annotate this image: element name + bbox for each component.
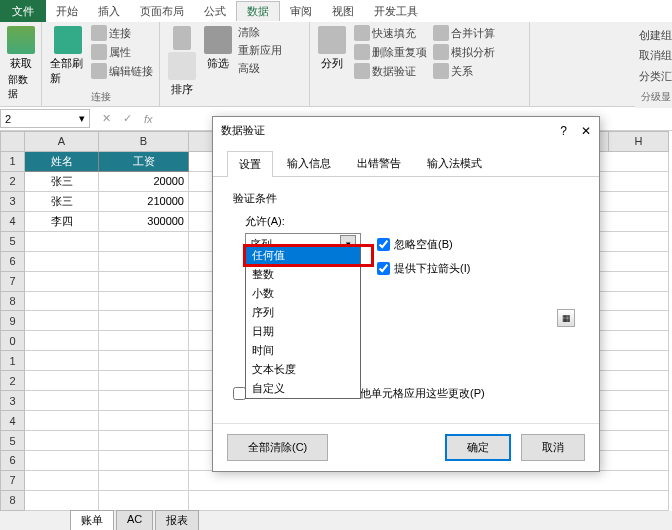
tab-view[interactable]: 视图 xyxy=(322,2,364,21)
ok-button[interactable]: 确定 xyxy=(445,434,511,461)
select-all-corner[interactable] xyxy=(1,132,25,152)
dlg-tab-input[interactable]: 输入信息 xyxy=(275,150,343,176)
header-name[interactable]: 姓名 xyxy=(25,151,99,171)
dialog-title-text: 数据验证 xyxy=(221,123,265,138)
get-label: 获取 xyxy=(10,56,32,71)
col-header-B[interactable]: B xyxy=(99,132,189,152)
remove-duplicates[interactable]: 删除重复项 xyxy=(354,43,427,61)
option-any[interactable]: 任何值 xyxy=(246,246,360,265)
cell[interactable]: 20000 xyxy=(99,171,189,191)
row-header[interactable]: 4 xyxy=(1,211,25,231)
row-header[interactable]: 2 xyxy=(1,171,25,191)
flash-fill[interactable]: 快速填充 xyxy=(354,24,427,42)
cell[interactable]: 张三 xyxy=(25,171,99,191)
option-text-length[interactable]: 文本长度 xyxy=(246,360,360,379)
get-external-data[interactable]: 获取 部数据 xyxy=(6,24,35,103)
row-header[interactable]: 8 xyxy=(1,291,25,311)
tab-insert[interactable]: 插入 xyxy=(88,2,130,21)
dialog-footer: 全部清除(C) 确定 取消 xyxy=(213,423,599,471)
col-header-H[interactable]: H xyxy=(609,132,669,152)
link-icon xyxy=(91,63,107,79)
range-picker-icon[interactable]: ▦ xyxy=(557,309,575,327)
tab-home[interactable]: 开始 xyxy=(46,2,88,21)
sort-btn[interactable]: 排序 xyxy=(166,24,198,99)
consolidate-icon xyxy=(433,25,449,41)
row-header[interactable]: 3 xyxy=(1,391,25,411)
subtotal-btn[interactable]: 分类汇 xyxy=(639,68,672,85)
consolidate[interactable]: 合并计算 xyxy=(433,24,495,42)
row-header[interactable]: 6 xyxy=(1,451,25,471)
tab-review[interactable]: 审阅 xyxy=(280,2,322,21)
row-header[interactable]: 9 xyxy=(1,311,25,331)
row-header[interactable]: 1 xyxy=(1,151,25,171)
accept-formula-icon[interactable]: ✓ xyxy=(117,112,138,125)
clear-btn[interactable]: 清除 xyxy=(238,24,282,41)
group-btn[interactable]: 创建组 xyxy=(639,27,672,44)
relationships[interactable]: 关系 xyxy=(433,62,495,80)
tab-formulas[interactable]: 公式 xyxy=(194,2,236,21)
option-whole[interactable]: 整数 xyxy=(246,265,360,284)
dlg-tab-ime[interactable]: 输入法模式 xyxy=(415,150,494,176)
row-header[interactable]: 8 xyxy=(1,490,25,510)
row-header[interactable]: 1 xyxy=(1,351,25,371)
reapply-btn[interactable]: 重新应用 xyxy=(238,42,282,59)
tab-developer[interactable]: 开发工具 xyxy=(364,2,428,21)
cell[interactable]: 李四 xyxy=(25,211,99,231)
clear-all-button[interactable]: 全部清除(C) xyxy=(227,434,328,461)
option-list[interactable]: 序列 xyxy=(246,303,360,322)
row-header[interactable]: 2 xyxy=(1,371,25,391)
rel-icon xyxy=(433,63,449,79)
cell[interactable]: 210000 xyxy=(99,191,189,211)
close-icon[interactable]: ✕ xyxy=(581,124,591,138)
cancel-button[interactable]: 取消 xyxy=(521,434,585,461)
text-to-columns[interactable]: 分列 xyxy=(316,24,348,80)
option-date[interactable]: 日期 xyxy=(246,322,360,341)
refresh-icon xyxy=(54,26,82,54)
connections-btn[interactable]: 连接 xyxy=(91,24,153,42)
what-if[interactable]: 模拟分析 xyxy=(433,43,495,61)
fx-icon[interactable]: fx xyxy=(138,113,159,125)
filter-btn[interactable]: 筛选 xyxy=(202,24,234,99)
row-header[interactable]: 3 xyxy=(1,191,25,211)
allow-label: 允许(A): xyxy=(245,214,579,229)
dlg-tab-settings[interactable]: 设置 xyxy=(227,151,273,177)
funnel-icon xyxy=(204,26,232,54)
ribbon-outline-group: 创建组 取消组 分类汇 分级显 xyxy=(635,23,672,108)
edit-links-btn[interactable]: 编辑链接 xyxy=(91,62,153,80)
dlg-tab-error[interactable]: 出错警告 xyxy=(345,150,413,176)
dialog-body: 验证条件 允许(A): 序列 ▾ 忽略空值(B) 提供下拉箭头(I) 任何值 整… xyxy=(213,177,599,411)
option-custom[interactable]: 自定义 xyxy=(246,379,360,398)
sheet-tab-3[interactable]: 报表 xyxy=(155,510,199,530)
option-time[interactable]: 时间 xyxy=(246,341,360,360)
help-icon[interactable]: ? xyxy=(560,124,567,138)
ungroup-btn[interactable]: 取消组 xyxy=(639,47,672,64)
ignore-blank-checkbox[interactable]: 忽略空值(B) xyxy=(377,237,453,252)
row-header[interactable]: 4 xyxy=(1,411,25,431)
cell[interactable]: 张三 xyxy=(25,191,99,211)
chevron-down-icon[interactable]: ▾ xyxy=(79,112,85,125)
tab-file[interactable]: 文件 xyxy=(0,0,46,22)
properties-btn[interactable]: 属性 xyxy=(91,43,153,61)
data-validation[interactable]: 数据验证 xyxy=(354,62,427,80)
group-connections: 连接 xyxy=(48,88,153,104)
sheet-tab-2[interactable]: AC xyxy=(116,510,153,530)
row-header[interactable]: 6 xyxy=(1,251,25,271)
tab-data[interactable]: 数据 xyxy=(236,1,280,21)
refresh-all[interactable]: 全部刷新 xyxy=(48,24,87,88)
row-header[interactable]: 5 xyxy=(1,231,25,251)
sheet-tab-1[interactable]: 账单 xyxy=(70,510,114,530)
row-header[interactable]: 0 xyxy=(1,331,25,351)
row-header[interactable]: 7 xyxy=(1,271,25,291)
advanced-btn[interactable]: 高级 xyxy=(238,60,282,77)
row-header[interactable]: 5 xyxy=(1,431,25,451)
in-cell-dropdown-checkbox[interactable]: 提供下拉箭头(I) xyxy=(377,261,579,276)
cancel-formula-icon[interactable]: ✕ xyxy=(96,112,117,125)
row-header[interactable]: 7 xyxy=(1,470,25,490)
name-box[interactable]: 2▾ xyxy=(0,109,90,128)
option-decimal[interactable]: 小数 xyxy=(246,284,360,303)
dialog-titlebar[interactable]: 数据验证 ? ✕ xyxy=(213,117,599,144)
col-header-A[interactable]: A xyxy=(25,132,99,152)
tab-page-layout[interactable]: 页面布局 xyxy=(130,2,194,21)
header-salary[interactable]: 工资 xyxy=(99,151,189,171)
cell[interactable]: 300000 xyxy=(99,211,189,231)
